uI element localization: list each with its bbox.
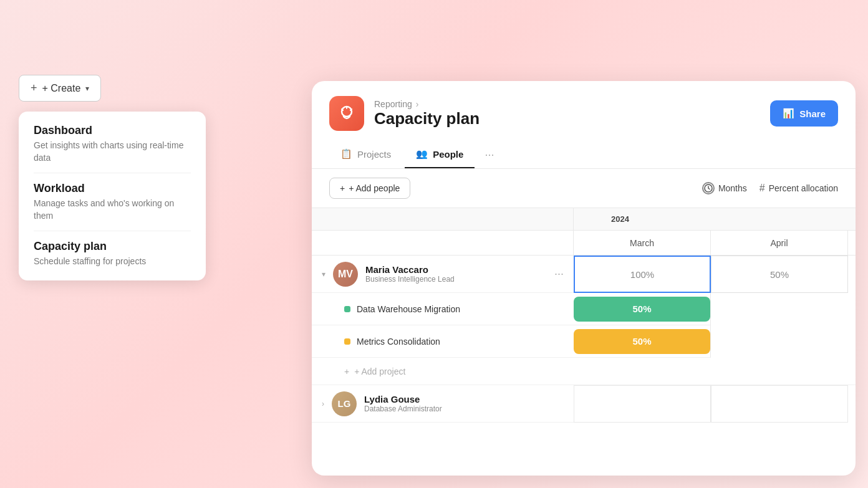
add-project-button[interactable]: + + Add project	[312, 358, 574, 385]
projects-icon: 📋	[340, 148, 352, 160]
share-button[interactable]: 📊 Share	[770, 100, 838, 127]
add-people-label: + Add people	[349, 183, 400, 193]
dwm-bar-cell: 50%	[574, 293, 711, 325]
share-icon: 📊	[783, 108, 794, 119]
mc-percent: 50%	[632, 336, 651, 347]
lydia-expand-icon[interactable]: ›	[322, 399, 324, 408]
year-row: 2024	[312, 208, 856, 231]
menu-item-capacity-desc: Schedule staffing for projects	[34, 256, 191, 268]
lydia-right	[574, 385, 856, 423]
create-button[interactable]: + + Create ▾	[19, 75, 101, 102]
lydia-info: Lydia Gouse Database Administrator	[364, 394, 564, 413]
add-project-label: + Add project	[354, 366, 405, 376]
chevron-down-icon: ▾	[85, 84, 89, 93]
maria-avatar: MV	[333, 262, 358, 287]
maria-name: Maria Vaccaro	[365, 264, 547, 275]
lydia-name: Lydia Gouse	[364, 394, 564, 404]
tab-more[interactable]: ···	[477, 143, 501, 166]
panel-header: Reporting › Capacity plan 📊 Share 📋 Proj…	[312, 81, 856, 169]
tab-projects[interactable]: 📋 Projects	[329, 141, 402, 168]
app-icon	[329, 96, 364, 131]
maria-header: ▾ MV Maria Vaccaro Business Intelligence…	[312, 256, 574, 293]
mc-name: Metrics Consolidation	[357, 337, 440, 347]
months-icon	[702, 182, 715, 194]
lydia-role: Database Administrator	[364, 404, 564, 413]
header-text: Reporting › Capacity plan	[374, 99, 480, 128]
month-april: April	[711, 231, 848, 255]
maria-march-percent: 100%	[630, 269, 654, 280]
hash-icon: #	[760, 183, 765, 194]
menu-item-workload-desc: Manage tasks and who's working on them	[34, 198, 191, 222]
mc-left: Metrics Consolidation	[312, 325, 574, 358]
lydia-header: › LG Lydia Gouse Database Administrator	[312, 385, 574, 423]
header-left: Reporting › Capacity plan	[329, 96, 480, 131]
maria-april-cell: 50%	[711, 256, 848, 293]
person-row-maria: ▾ MV Maria Vaccaro Business Intelligence…	[312, 256, 856, 293]
maria-right: 100% 50%	[574, 256, 856, 293]
dwm-name: Data Warehouse Migration	[357, 304, 460, 314]
maria-left: ▾ MV Maria Vaccaro Business Intelligence…	[312, 256, 574, 293]
dwm-percent: 50%	[632, 304, 651, 314]
mc-bar: 50%	[574, 329, 710, 354]
percent-allocation-option[interactable]: # Percent allocation	[760, 183, 838, 194]
maria-dots-menu[interactable]: ···	[554, 267, 564, 280]
tabs-row: 📋 Projects 👥 People ···	[329, 141, 838, 168]
toolbar-right: Months # Percent allocation	[702, 182, 838, 194]
add-project-right	[574, 358, 856, 385]
add-icon: +	[340, 183, 345, 193]
breadcrumb-chevron: ›	[416, 99, 419, 109]
add-project-row: + + Add project	[312, 358, 856, 385]
maria-role: Business Intelligence Lead	[365, 275, 547, 284]
project-row-dwm: Data Warehouse Migration 50%	[312, 293, 856, 325]
months-label: Months	[718, 183, 747, 193]
create-label: + Create	[42, 83, 81, 94]
tab-projects-label: Projects	[357, 149, 391, 160]
person-row-lydia: › LG Lydia Gouse Database Administrator	[312, 385, 856, 423]
breadcrumb-row: Reporting › Capacity plan 📊 Share	[329, 96, 838, 131]
page-title: Capacity plan	[374, 109, 480, 128]
maria-march-cell: 100%	[574, 256, 711, 293]
year-spacer	[312, 208, 574, 231]
menu-item-workload-title: Workload	[34, 182, 191, 195]
dwm-left: Data Warehouse Migration	[312, 293, 574, 325]
left-panel: + + Create ▾ Dashboard Get insights with…	[19, 75, 206, 280]
lydia-march-cell	[574, 385, 711, 423]
tab-people-label: People	[433, 149, 463, 160]
lydia-avatar: LG	[332, 391, 357, 416]
month-march: March	[574, 231, 711, 255]
main-panel: Reporting › Capacity plan 📊 Share 📋 Proj…	[312, 81, 856, 476]
tab-people[interactable]: 👥 People	[405, 141, 475, 168]
lydia-left: › LG Lydia Gouse Database Administrator	[312, 385, 574, 423]
menu-item-dashboard-title: Dashboard	[34, 124, 191, 137]
months-option[interactable]: Months	[702, 182, 747, 194]
lydia-april-cell	[711, 385, 848, 423]
months-row: March April	[312, 231, 856, 256]
menu-item-capacity-title: Capacity plan	[34, 240, 191, 253]
share-label: Share	[799, 108, 826, 119]
breadcrumb: Reporting ›	[374, 99, 480, 109]
dropdown-menu: Dashboard Get insights with charts using…	[19, 112, 206, 280]
dwm-right: 50%	[574, 293, 856, 325]
mc-right: 50%	[574, 325, 856, 358]
toolbar: + + Add people Months # Percent allocati…	[312, 169, 856, 208]
mc-dot	[344, 338, 350, 345]
add-people-button[interactable]: + + Add people	[329, 178, 410, 199]
people-icon: 👥	[416, 148, 428, 160]
maria-april-percent: 50%	[770, 269, 789, 280]
dwm-bar: 50%	[574, 297, 710, 322]
maria-info: Maria Vaccaro Business Intelligence Lead	[365, 264, 547, 284]
year-label: 2024	[611, 214, 629, 224]
menu-item-dashboard-desc: Get insights with charts using real-time…	[34, 140, 191, 164]
menu-item-workload[interactable]: Workload Manage tasks and who's working …	[34, 173, 191, 231]
dwm-dot	[344, 306, 350, 312]
menu-item-capacity-plan[interactable]: Capacity plan Schedule staffing for proj…	[34, 231, 191, 268]
add-project-plus: +	[344, 366, 349, 376]
menu-item-dashboard[interactable]: Dashboard Get insights with charts using…	[34, 124, 191, 173]
percent-allocation-label: Percent allocation	[769, 183, 838, 193]
breadcrumb-label: Reporting	[374, 99, 412, 109]
months-spacer	[312, 231, 574, 256]
plus-icon: +	[31, 82, 37, 95]
project-row-mc: Metrics Consolidation 50%	[312, 325, 856, 358]
mc-bar-cell: 50%	[574, 325, 711, 358]
expand-icon[interactable]: ▾	[322, 270, 326, 279]
